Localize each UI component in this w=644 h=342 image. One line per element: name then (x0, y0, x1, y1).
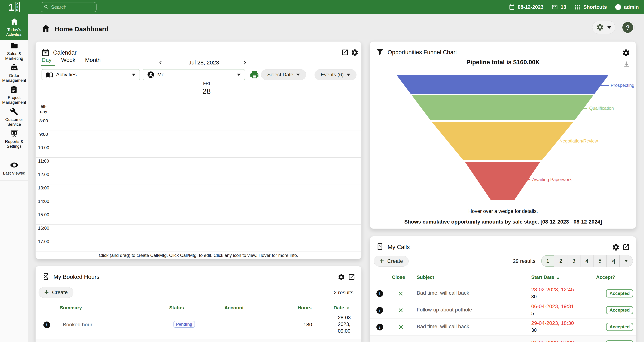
hour-cell[interactable] (52, 211, 361, 224)
column-header-status[interactable]: Status (169, 305, 184, 311)
funnel-label-negotiation: Negotiation/Review (550, 138, 598, 144)
topbar-mail[interactable]: 13 (552, 4, 566, 10)
hour-cell[interactable] (52, 198, 361, 211)
page-button-2[interactable]: 2 (554, 255, 568, 267)
chevron-right-icon[interactable] (242, 59, 248, 66)
dashboard-settings-button[interactable] (592, 21, 615, 34)
call-subject-link[interactable]: Follow up about pothole (417, 307, 472, 313)
page-size-dropdown[interactable] (620, 255, 633, 267)
call-date-link[interactable]: 29-04-2023, 18:30 30 (531, 320, 574, 333)
hour-cell[interactable] (52, 225, 361, 238)
last-page-button[interactable]: >| (606, 255, 620, 267)
chevron-left-icon[interactable] (157, 59, 164, 66)
close-call-icon[interactable] (398, 307, 404, 314)
gear-icon[interactable] (351, 48, 359, 56)
funnel-caption: Shows cumulative opportunity amounts by … (370, 219, 636, 225)
page-button-3[interactable]: 3 (568, 255, 580, 267)
topbar-date[interactable]: 08-12-2023 (509, 4, 544, 10)
home-icon (41, 24, 50, 33)
column-header-hours[interactable]: Hours (298, 305, 312, 311)
call-row: i Get More information on the 01-05-2023… (370, 336, 636, 342)
column-header-date[interactable]: Date▼ (334, 305, 350, 311)
accept-status-badge: Accepted (606, 323, 633, 331)
sidebar-item-order-management[interactable]: Order Management (0, 62, 28, 84)
help-button[interactable]: ? (621, 20, 635, 34)
sidebar-item-last-viewed[interactable]: Last Viewed (0, 159, 28, 178)
column-header-start-date[interactable]: Start Date▲ (531, 274, 560, 280)
funnel-wedge-qualification[interactable] (412, 95, 593, 120)
info-icon[interactable]: i (376, 324, 383, 330)
booked-hour-date-link[interactable]: 28-03- 2023, 09:00 (338, 314, 352, 334)
user-filter-select[interactable]: Me (143, 69, 245, 80)
topbar-user[interactable]: admin (615, 4, 639, 10)
plus-icon: + (44, 288, 49, 296)
events-button[interactable]: Events (6) (314, 69, 356, 80)
label-connector (523, 180, 530, 180)
column-header-summary[interactable]: Summary (60, 305, 82, 311)
app-logo[interactable]: 1 CRM (0, 2, 28, 12)
sidebar-item-customer-service[interactable]: Customer Service (0, 106, 28, 128)
create-booked-hour-button[interactable]: + Create (38, 287, 74, 298)
gear-icon[interactable] (338, 273, 345, 281)
sidebar-divider (0, 155, 28, 155)
create-call-button[interactable]: + Create (374, 256, 409, 266)
page-button-4[interactable]: 4 (580, 255, 594, 267)
my-booked-hours-panel: My Booked Hours + Create 2 results Summa… (36, 266, 362, 342)
hour-cell[interactable] (52, 158, 361, 171)
funnel-hover-hint: Hover over a wedge for details. (370, 208, 636, 214)
sidebar-item-todays-activities[interactable]: Today's Activities (0, 14, 28, 40)
hour-cell[interactable] (52, 117, 361, 130)
close-call-icon[interactable] (398, 290, 404, 297)
column-header-close[interactable]: Close (392, 274, 405, 280)
chevron-down-icon (346, 74, 350, 76)
funnel-label-awaiting-paperwork: Awaiting Paperwork (523, 177, 572, 182)
sidebar-item-reports-settings[interactable]: Reports & Settings (0, 128, 28, 150)
tab-day[interactable]: Day (42, 57, 52, 63)
booked-hour-summary-link[interactable]: Booked hour (63, 322, 92, 328)
grid-dots-icon (574, 4, 581, 10)
column-header-account[interactable]: Account (224, 305, 244, 311)
page-button-1[interactable]: 1 (541, 255, 554, 267)
info-icon[interactable]: i (376, 290, 383, 297)
call-subject-link[interactable]: Bad time, will call back (417, 290, 469, 296)
call-subject-link[interactable]: Bad time, will call back (417, 324, 469, 330)
sidebar-item-sales-marketing[interactable]: Sales & Marketing (0, 40, 28, 62)
open-in-new-icon[interactable] (348, 273, 355, 281)
call-date-link[interactable]: 06-04-2023, 19:31 5 (531, 304, 574, 316)
chevron-down-icon (132, 74, 136, 76)
column-header-subject[interactable]: Subject (417, 274, 434, 280)
close-call-icon[interactable] (398, 324, 404, 330)
panel-title: My Calls (388, 244, 410, 250)
page-button-5[interactable]: 5 (594, 255, 606, 267)
hour-cell[interactable] (52, 144, 361, 158)
sidebar-item-project-management[interactable]: Project Management (0, 84, 28, 106)
all-day-cell[interactable] (52, 102, 361, 117)
select-date-button[interactable]: Select Date (261, 69, 306, 80)
open-in-new-icon[interactable] (341, 48, 349, 56)
topbar-shortcuts[interactable]: Shortcuts (574, 4, 607, 10)
hour-cell[interactable] (52, 171, 361, 184)
info-icon[interactable]: i (376, 307, 383, 314)
booked-hour-date-link[interactable]: 27-03- (338, 340, 352, 342)
print-icon[interactable] (250, 70, 259, 80)
info-icon[interactable]: i (44, 322, 50, 328)
book-icon (46, 71, 53, 78)
gear-icon[interactable] (612, 244, 620, 251)
activities-filter-select[interactable]: Activities (42, 69, 140, 80)
call-date-link[interactable]: 01-05-2023, 07:30 (531, 340, 574, 342)
hour-cell[interactable] (52, 238, 361, 251)
page-title: Home Dashboard (54, 25, 109, 33)
tab-month[interactable]: Month (85, 57, 100, 63)
search-input[interactable] (51, 4, 90, 10)
home-icon (10, 17, 18, 26)
funnel-wedge-prospecting[interactable] (397, 75, 608, 94)
tab-week[interactable]: Week (61, 57, 75, 63)
call-date-link[interactable]: 28-02-2023, 12:45 30 (531, 287, 574, 300)
hour-cell[interactable] (52, 131, 361, 144)
hour-label: 13:00 (36, 184, 52, 198)
sort-asc-icon: ▲ (556, 276, 560, 280)
open-in-new-icon[interactable] (622, 244, 630, 251)
column-header-accept[interactable]: Accept? (596, 274, 615, 280)
all-day-row: all-day (36, 102, 361, 117)
hour-cell[interactable] (52, 184, 361, 198)
